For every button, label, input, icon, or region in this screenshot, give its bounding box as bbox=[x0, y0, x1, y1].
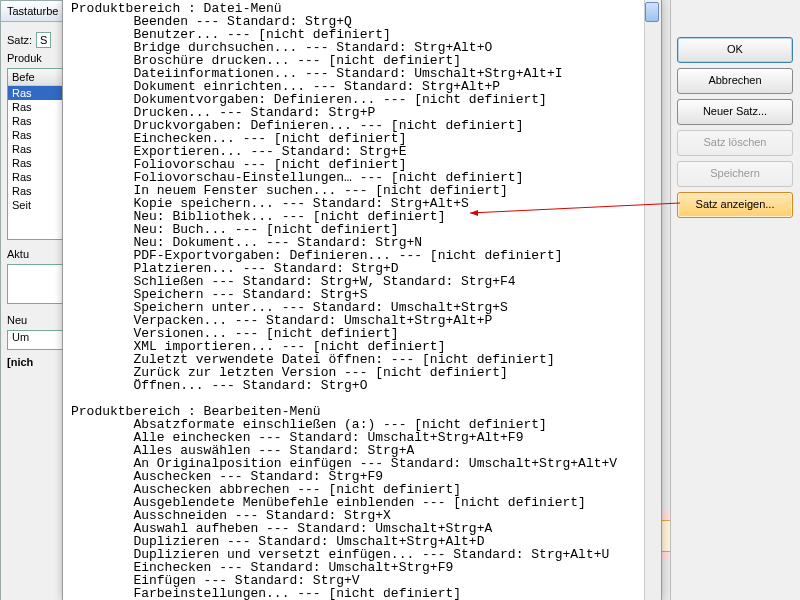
listing-content: Produktbereich : Datei-Menü Beenden --- … bbox=[71, 2, 643, 600]
satz-value[interactable]: S bbox=[36, 32, 51, 48]
new-set-button[interactable]: Neuer Satz... bbox=[677, 99, 793, 125]
delete-set-button: Satz löschen bbox=[677, 130, 793, 156]
save-button: Speichern bbox=[677, 161, 793, 187]
cancel-button[interactable]: Abbrechen bbox=[677, 68, 793, 94]
scrollbar-thumb[interactable] bbox=[645, 2, 659, 22]
scrollbar[interactable] bbox=[644, 0, 661, 600]
produktbereich-label: Produk bbox=[7, 52, 42, 64]
shortcut-listing-window: Produktbereich : Datei-Menü Beenden --- … bbox=[62, 0, 662, 600]
satz-label: Satz: bbox=[7, 34, 32, 46]
show-set-button[interactable]: Satz anzeigen... bbox=[677, 192, 793, 218]
ok-button[interactable]: OK bbox=[677, 37, 793, 63]
button-panel: OK Abbrechen Neuer Satz... Satz löschen … bbox=[670, 0, 800, 600]
neu-label: Neu bbox=[7, 314, 27, 326]
nicht-definiert-label: [nich bbox=[7, 356, 33, 368]
aktuell-label: Aktu bbox=[7, 248, 29, 260]
